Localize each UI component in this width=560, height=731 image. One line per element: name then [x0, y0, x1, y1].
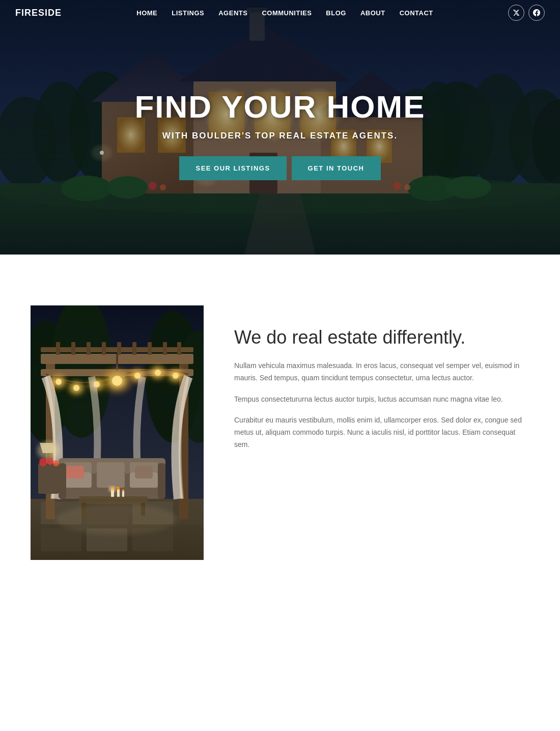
svg-rect-67	[87, 342, 91, 355]
svg-point-77	[66, 379, 87, 397]
nav-contact[interactable]: CONTACT	[400, 9, 433, 17]
svg-rect-69	[117, 342, 121, 355]
content-paragraph-2: Tempus consectetururna lectus auctor tur…	[234, 393, 529, 406]
svg-point-119	[46, 458, 53, 465]
svg-point-113	[122, 489, 124, 491]
content-section: We do real estate differently. Nullam ve…	[0, 255, 560, 601]
svg-point-117	[37, 441, 60, 460]
hero-section: FIRESIDE HOME LISTINGS AGENTS COMMUNITIE…	[0, 0, 560, 255]
svg-rect-98	[97, 472, 125, 488]
hero-subtitle: WITH BOULDER'S TOP REAL ESTATE AGENTS.	[162, 131, 398, 141]
svg-rect-65	[56, 342, 60, 355]
svg-rect-68	[102, 342, 106, 355]
svg-rect-114	[38, 463, 59, 494]
nav-blog[interactable]: BLOG	[326, 9, 346, 17]
hero-content: FIND YOUR HOME WITH BOULDER'S TOP REAL E…	[0, 0, 560, 255]
svg-point-120	[53, 460, 59, 466]
svg-rect-57	[41, 528, 81, 551]
svg-rect-103	[135, 466, 153, 479]
svg-point-121	[56, 504, 178, 535]
svg-rect-104	[79, 496, 148, 504]
social-icons	[508, 5, 545, 21]
nav-listings[interactable]: LISTINGS	[172, 9, 204, 17]
svg-point-109	[108, 486, 117, 492]
nav-about[interactable]: ABOUT	[360, 9, 385, 17]
svg-point-91	[99, 366, 135, 396]
svg-point-111	[117, 487, 120, 490]
nav-home[interactable]: HOME	[136, 9, 157, 17]
svg-rect-100	[59, 463, 66, 499]
content-text: We do real estate differently. Nullam ve…	[234, 305, 529, 460]
svg-rect-70	[132, 342, 136, 355]
hero-buttons: SEE OUR LISTINGS GET IN TOUCH	[179, 156, 380, 180]
svg-rect-73	[177, 342, 181, 355]
svg-rect-95	[97, 462, 125, 472]
content-paragraph-3: Curabitur eu mauris vestibulum, mollis e…	[234, 414, 529, 451]
get-in-touch-button[interactable]: GET IN TOUCH	[292, 156, 381, 180]
see-listings-button[interactable]: SEE OUR LISTINGS	[179, 156, 286, 180]
svg-point-118	[39, 458, 47, 466]
svg-rect-71	[148, 342, 152, 355]
navbar: FIRESIDE HOME LISTINGS AGENTS COMMUNITIE…	[0, 0, 560, 25]
svg-rect-72	[163, 342, 167, 355]
svg-rect-112	[122, 491, 124, 497]
nav-communities[interactable]: COMMUNITIES	[262, 9, 312, 17]
brand-logo[interactable]: FIRESIDE	[15, 8, 62, 18]
svg-rect-101	[158, 463, 165, 499]
facebook-icon[interactable]	[528, 5, 545, 21]
content-paragraph-1: Nullam vehicula maximus malesuada. In er…	[234, 360, 529, 384]
svg-rect-102	[66, 466, 84, 479]
nav-agents[interactable]: AGENTS	[218, 9, 247, 17]
svg-rect-110	[117, 489, 120, 497]
content-heading: We do real estate differently.	[234, 326, 529, 349]
hero-title: FIND YOUR HOME	[134, 90, 425, 124]
svg-rect-66	[71, 342, 75, 355]
svg-point-85	[148, 363, 168, 382]
twitter-icon[interactable]	[508, 5, 524, 21]
nav-links: HOME LISTINGS AGENTS COMMUNITIES BLOG AB…	[136, 9, 433, 17]
content-image	[31, 305, 204, 560]
